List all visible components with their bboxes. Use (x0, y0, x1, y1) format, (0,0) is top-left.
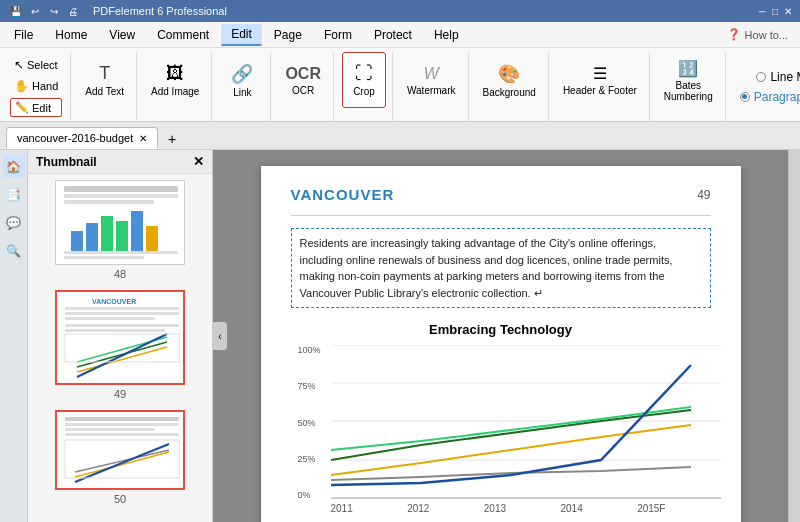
menu-help[interactable]: Help (424, 25, 469, 45)
menu-comment[interactable]: Comment (147, 25, 219, 45)
quick-access-toolbar: 💾 ↩ ↪ 🖨 (8, 3, 81, 19)
hand-icon: ✋ (14, 79, 29, 93)
thumb-label-50: 50 (114, 493, 126, 505)
undo-qat-btn[interactable]: ↩ (27, 3, 43, 19)
question-icon: ❓ (727, 28, 741, 41)
ribbon-group-bates: 🔢 BatesNumbering (652, 52, 726, 121)
bates-icon: 🔢 (678, 59, 698, 78)
minimize-btn[interactable]: ─ (759, 6, 766, 17)
left-nav: 🏠 📑 💬 🔍 (0, 150, 28, 522)
background-btn[interactable]: 🎨 Background (477, 52, 542, 108)
thumb-img-49: VANCOUVER (55, 290, 185, 385)
svg-rect-4 (71, 231, 83, 251)
main-area: 🏠 📑 💬 🔍 Thumbnail ✕ (0, 150, 800, 522)
link-btn[interactable]: 🔗 Link (220, 52, 264, 108)
svg-rect-25 (65, 417, 179, 421)
ribbon-group-watermark: W Watermark (395, 52, 469, 121)
menubar: File Home View Comment Edit Page Form Pr… (0, 22, 800, 48)
svg-rect-15 (65, 312, 179, 315)
active-tab[interactable]: vancouver-2016-budget ✕ (6, 127, 158, 149)
thumb-item-48[interactable]: 48 (36, 180, 204, 280)
thumb-item-50[interactable]: 50 (36, 410, 204, 505)
menu-form[interactable]: Form (314, 25, 362, 45)
line-mode-radio[interactable] (756, 72, 766, 82)
bates-btn[interactable]: 🔢 BatesNumbering (658, 52, 719, 108)
home-nav-icon[interactable]: 🏠 (3, 156, 25, 178)
ocr-btn[interactable]: OCR OCR (279, 52, 327, 108)
line-mode-option[interactable]: Line Mode (756, 70, 800, 84)
svg-rect-8 (131, 211, 143, 251)
search-nav-icon[interactable]: 🔍 (3, 240, 25, 262)
image-icon: 🖼 (166, 63, 184, 84)
ribbon-group-addtext: T Add Text (73, 52, 137, 121)
app-title: PDFelement 6 Professional (93, 5, 227, 17)
print-qat-btn[interactable]: 🖨 (65, 3, 81, 19)
thumb-label-49: 49 (114, 388, 126, 400)
panel-collapse-arrow[interactable]: ‹ (213, 322, 227, 350)
thumb-label-48: 48 (114, 268, 126, 280)
svg-rect-6 (101, 216, 113, 251)
svg-rect-14 (65, 307, 179, 310)
how-to-button[interactable]: ❓ How to... (719, 26, 796, 43)
header-footer-icon: ☰ (593, 64, 607, 83)
crop-icon: ⛶ (355, 63, 373, 84)
svg-rect-28 (65, 433, 179, 436)
menu-protect[interactable]: Protect (364, 25, 422, 45)
redo-qat-btn[interactable]: ↪ (46, 3, 62, 19)
add-image-btn[interactable]: 🖼 Add Image (145, 52, 205, 108)
right-scrollbar[interactable] (788, 150, 800, 522)
thumbnail-header: Thumbnail ✕ (28, 150, 212, 174)
svg-rect-18 (65, 329, 165, 332)
page-content: VANCOUVER 49 Residents are increasingly … (261, 166, 741, 522)
menu-page[interactable]: Page (264, 25, 312, 45)
menu-file[interactable]: File (4, 25, 43, 45)
thumbnail-close-btn[interactable]: ✕ (193, 154, 204, 169)
svg-rect-5 (86, 223, 98, 251)
how-to-label: How to... (745, 29, 788, 41)
titlebar-left: 💾 ↩ ↪ 🖨 PDFelement 6 Professional (8, 3, 227, 19)
y-axis-labels: 100% 75% 50% 25% 0% (298, 345, 321, 500)
add-text-btn[interactable]: T Add Text (79, 52, 130, 108)
select-btn[interactable]: ↖ Select (10, 56, 62, 74)
bookmark-nav-icon[interactable]: 📑 (3, 184, 25, 206)
header-footer-btn[interactable]: ☰ Header & Footer (557, 52, 643, 108)
ribbon-group-header-footer: ☰ Header & Footer (551, 52, 650, 121)
page-number: 49 (697, 188, 710, 202)
svg-rect-11 (64, 256, 144, 259)
thumb-item-49[interactable]: VANCOUVER 49 (36, 290, 204, 400)
svg-rect-27 (65, 428, 155, 431)
maximize-btn[interactable]: □ (772, 6, 778, 17)
edit-btn[interactable]: ✏️ Edit (10, 98, 62, 117)
paragraph-mode-option[interactable]: Paragraph Mode (740, 90, 800, 104)
city-name: VANCOUVER (291, 186, 395, 203)
page-header: VANCOUVER 49 (291, 186, 711, 203)
thumbnail-title: Thumbnail (36, 155, 97, 169)
svg-rect-9 (146, 226, 158, 251)
watermark-btn[interactable]: W Watermark (401, 52, 462, 108)
menu-view[interactable]: View (99, 25, 145, 45)
tab-close-btn[interactable]: ✕ (139, 133, 147, 144)
chart-svg (331, 345, 721, 500)
text-block[interactable]: Residents are increasingly taking advant… (291, 228, 711, 308)
background-icon: 🎨 (498, 63, 520, 85)
svg-text:VANCOUVER: VANCOUVER (92, 298, 136, 305)
svg-rect-26 (65, 423, 179, 426)
svg-rect-17 (65, 324, 179, 327)
crop-btn[interactable]: ⛶ Crop (342, 52, 386, 108)
menu-edit[interactable]: Edit (221, 24, 262, 46)
body-text: Residents are increasingly taking advant… (300, 237, 673, 299)
titlebar: 💾 ↩ ↪ 🖨 PDFelement 6 Professional ─ □ ✕ (0, 0, 800, 22)
ribbon-group-ocr: OCR OCR (273, 52, 334, 121)
svg-rect-10 (64, 251, 178, 254)
tabbar: vancouver-2016-budget ✕ + (0, 122, 800, 150)
thumb-img-50 (55, 410, 185, 490)
close-btn[interactable]: ✕ (784, 6, 792, 17)
chart-title: Embracing Technology (296, 322, 706, 337)
paragraph-mode-radio[interactable] (740, 92, 750, 102)
menu-home[interactable]: Home (45, 25, 97, 45)
add-text-icon: T (99, 63, 110, 84)
add-tab-btn[interactable]: + (162, 129, 182, 149)
annotation-nav-icon[interactable]: 💬 (3, 212, 25, 234)
hand-btn[interactable]: ✋ Hand (10, 77, 62, 95)
save-qat-btn[interactable]: 💾 (8, 3, 24, 19)
